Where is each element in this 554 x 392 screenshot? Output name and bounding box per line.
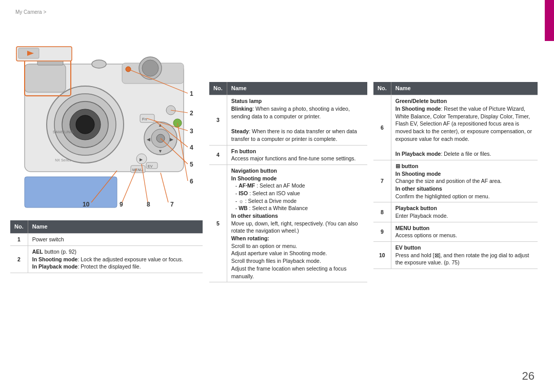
svg-point-12 bbox=[76, 115, 94, 134]
header-name-middle: Name bbox=[227, 82, 367, 95]
row-no: 9 bbox=[373, 222, 391, 241]
row-no: 10 bbox=[373, 242, 391, 269]
svg-text:▼: ▼ bbox=[158, 149, 163, 154]
table-right: No. Name 6 Green/Delete button In Shooti… bbox=[373, 82, 538, 269]
svg-text:4: 4 bbox=[190, 144, 193, 151]
row-content: AEL button (p. 92) In Shooting mode: Loc… bbox=[28, 246, 203, 273]
camera-illustration: ▲ ▼ ◀ ▶ Fn ▶ MENU EV SAMSUNG NX Series 1… bbox=[9, 38, 204, 208]
svg-text:Fn: Fn bbox=[142, 117, 147, 121]
header-name-right: Name bbox=[391, 82, 538, 95]
table-right-container: No. Name 6 Green/Delete button In Shooti… bbox=[373, 82, 538, 269]
svg-text:6: 6 bbox=[190, 178, 193, 185]
row-content: Playback button Enter Playback mode. bbox=[391, 202, 538, 222]
row-content: MENU button Access options or menus. bbox=[391, 222, 538, 241]
row-content: Green/Delete button In Shooting mode: Re… bbox=[391, 95, 538, 160]
header-no-left: No. bbox=[10, 220, 28, 234]
table-middle-header: No. Name bbox=[209, 82, 367, 95]
row-no: 1 bbox=[10, 234, 28, 246]
row-no: 2 bbox=[10, 246, 28, 273]
table-middle: No. Name 3 Status lamp Blinking: When sa… bbox=[209, 82, 367, 282]
row-no: 5 bbox=[209, 164, 227, 282]
row-content: EV button Press and hold [⊠], and then r… bbox=[391, 242, 538, 269]
svg-text:EV: EV bbox=[148, 164, 153, 168]
table-middle-container: No. Name 3 Status lamp Blinking: When sa… bbox=[209, 82, 367, 282]
header-no-right: No. bbox=[373, 82, 391, 95]
svg-point-4 bbox=[142, 60, 159, 76]
row-no: 8 bbox=[373, 202, 391, 222]
row-content: Fn button Access major functions and fin… bbox=[227, 145, 367, 164]
row-content: Status lamp Blinking: When saving a phot… bbox=[227, 95, 367, 145]
table-left-container: No. Name 1 Power switch 2 AEL button (p.… bbox=[10, 220, 203, 273]
svg-text:1: 1 bbox=[190, 90, 193, 97]
svg-line-49 bbox=[122, 169, 136, 202]
table-right-header: No. Name bbox=[373, 82, 538, 95]
svg-text:8: 8 bbox=[147, 201, 150, 208]
table-row: 1 Power switch bbox=[10, 234, 203, 246]
table-left: No. Name 1 Power switch 2 AEL button (p.… bbox=[10, 220, 203, 273]
svg-text:MENU: MENU bbox=[132, 168, 143, 172]
table-row: 3 Status lamp Blinking: When saving a ph… bbox=[209, 95, 367, 145]
breadcrumb: My Camera > bbox=[15, 9, 46, 15]
row-no: 4 bbox=[209, 145, 227, 164]
svg-text:3: 3 bbox=[190, 128, 193, 135]
svg-point-5 bbox=[92, 60, 106, 68]
row-no: 6 bbox=[373, 95, 391, 160]
row-no: 3 bbox=[209, 95, 227, 145]
page-tab bbox=[545, 0, 554, 41]
table-row: 8 Playback button Enter Playback mode. bbox=[373, 202, 538, 222]
header-no-middle: No. bbox=[209, 82, 227, 95]
page-number: 26 bbox=[522, 369, 535, 383]
svg-rect-30 bbox=[25, 177, 117, 208]
row-content: Navigation button In Shooting mode - AF·… bbox=[227, 164, 367, 282]
row-content: Power switch bbox=[28, 234, 203, 246]
row-no: 7 bbox=[373, 160, 391, 202]
svg-text:5: 5 bbox=[190, 161, 193, 168]
svg-text:10: 10 bbox=[83, 201, 90, 208]
svg-text:NX Series: NX Series bbox=[55, 158, 71, 162]
svg-line-45 bbox=[161, 173, 168, 202]
table-row: 5 Navigation button In Shooting mode - A… bbox=[209, 164, 367, 282]
svg-text:2: 2 bbox=[190, 110, 193, 117]
svg-text:7: 7 bbox=[170, 201, 174, 208]
svg-rect-1 bbox=[25, 64, 66, 92]
svg-text:SAMSUNG: SAMSUNG bbox=[53, 130, 73, 134]
table-row: 4 Fn button Access major functions and f… bbox=[209, 145, 367, 164]
header-name-left: Name bbox=[28, 220, 203, 234]
table-row: 7 ⊞ button In Shooting mode Change the s… bbox=[373, 160, 538, 202]
table-left-header: No. Name bbox=[10, 220, 203, 234]
table-row: 6 Green/Delete button In Shooting mode: … bbox=[373, 95, 538, 160]
table-row: 10 EV button Press and hold [⊠], and the… bbox=[373, 242, 538, 269]
svg-text:▶: ▶ bbox=[170, 137, 173, 142]
table-row: 2 AEL button (p. 92) In Shooting mode: L… bbox=[10, 246, 203, 273]
row-content: ⊞ button In Shooting mode Change the siz… bbox=[391, 160, 538, 202]
table-row: 9 MENU button Access options or menus. bbox=[373, 222, 538, 241]
svg-text:▶: ▶ bbox=[140, 157, 143, 162]
svg-text:9: 9 bbox=[120, 201, 123, 208]
svg-text:◀: ◀ bbox=[147, 137, 150, 142]
